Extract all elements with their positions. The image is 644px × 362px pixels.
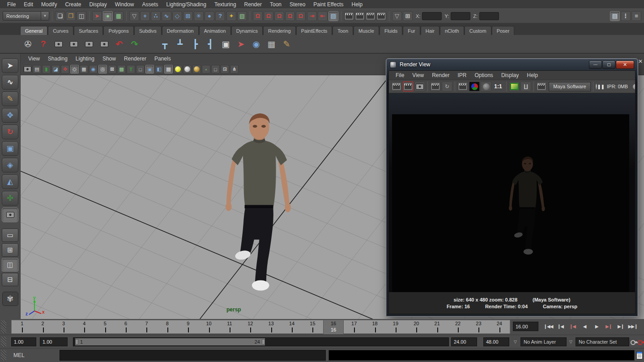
gate-mask-icon[interactable]: ◎ xyxy=(98,65,107,73)
renderer-select-button[interactable]: Maya Software xyxy=(549,82,591,91)
camera-attributes-icon[interactable]: ▤ xyxy=(33,65,41,73)
snap-to-curves-icon[interactable]: Ω xyxy=(264,11,273,21)
redo-previous-render-icon[interactable] xyxy=(403,82,414,91)
menu-toon[interactable]: Toon xyxy=(266,0,285,9)
range-slider-track[interactable]: 1 24 xyxy=(73,337,449,346)
panel-menu-renderer[interactable]: Renderer xyxy=(121,55,149,63)
drag-handle[interactable] xyxy=(1,350,6,361)
hypergraph-persp-layout-button[interactable]: ⊟ xyxy=(2,273,18,286)
rotate-tool-button[interactable]: ↻ xyxy=(2,125,18,139)
select-hierarchy-icon[interactable]: ➤ xyxy=(92,11,102,21)
pane-close-icon[interactable]: ✕ xyxy=(638,58,643,65)
playback-start-field[interactable] xyxy=(40,337,68,346)
pan-zoom-icon[interactable]: ✥ xyxy=(61,65,69,73)
command-result-field[interactable] xyxy=(328,350,635,361)
select-tool-button[interactable]: ➤ xyxy=(2,58,18,73)
menu-file[interactable]: File xyxy=(4,0,19,9)
select-component-icon[interactable]: ▦ xyxy=(114,11,124,21)
anim-layer-field[interactable]: No Anim Layer xyxy=(520,337,567,346)
shelf-tab-fur[interactable]: Fur xyxy=(403,26,420,35)
minimize-button[interactable]: — xyxy=(589,60,602,69)
construction-history-icon[interactable]: ▤ xyxy=(328,11,338,21)
snap-to-grids-icon[interactable]: Ω xyxy=(253,11,263,21)
panel-menu-panels[interactable]: Panels xyxy=(151,55,174,63)
isolate-select-icon[interactable]: ▫ xyxy=(202,65,210,73)
unparent-icon[interactable]: ┫ xyxy=(203,36,218,52)
timeline-frame[interactable]: 7 xyxy=(136,320,157,333)
use-all-lights-icon[interactable] xyxy=(174,65,182,73)
select-hierarchy-shelf-icon[interactable]: ➤ xyxy=(234,36,248,52)
shelf-tab-deformation[interactable]: Deformation xyxy=(162,26,199,35)
panel-menu-show[interactable]: Show xyxy=(99,55,119,63)
shelf-tab-general[interactable]: General xyxy=(20,26,47,35)
render-current-frame-icon[interactable] xyxy=(391,82,402,91)
timeline-frame[interactable]: 17 xyxy=(344,320,364,333)
command-language-toggle[interactable]: MEL xyxy=(13,352,25,358)
universal-manipulator-button[interactable]: ◈ xyxy=(2,158,18,172)
camera-track-icon[interactable] xyxy=(66,36,81,52)
menu-edit[interactable]: Edit xyxy=(20,0,37,9)
ipr-render-current-frame-icon[interactable] xyxy=(366,11,375,21)
shelf-tab-poser[interactable]: Poser xyxy=(492,26,515,35)
paint-selection-tool-button[interactable]: ✎ xyxy=(2,91,18,106)
ipr-render-icon[interactable] xyxy=(430,82,441,91)
attribute-editor-toggle[interactable]: ▤ xyxy=(610,11,620,21)
timeline-frame[interactable]: 24 xyxy=(489,320,510,333)
panel-menu-view[interactable]: View xyxy=(25,55,43,63)
rv-menu-help[interactable]: Help xyxy=(524,71,541,79)
timeline-frame[interactable]: 6 xyxy=(115,320,136,333)
outliner-persp-layout-button[interactable]: ◫ xyxy=(2,258,18,272)
timeline-frame[interactable]: 2 xyxy=(32,320,53,333)
timeline-frame[interactable]: 22 xyxy=(448,320,468,333)
step-forward-frame-button[interactable]: ▶❙ xyxy=(615,320,627,332)
make-live-icon[interactable]: Ω xyxy=(296,11,306,21)
camera-roll-icon[interactable] xyxy=(97,36,111,52)
timeline-frame[interactable]: 10 xyxy=(198,320,219,333)
mask-deformations-icon[interactable]: ⊞ xyxy=(183,11,193,21)
timeline-frame[interactable]: 19 xyxy=(385,320,406,333)
redo-icon[interactable]: ↷ xyxy=(127,36,142,52)
maximize-button[interactable]: ▢ xyxy=(602,60,615,69)
show-manipulator-tool-button[interactable]: ✣ xyxy=(2,191,18,206)
playback-range-bar[interactable]: 1 24 xyxy=(75,338,265,345)
rv-menu-render[interactable]: Render xyxy=(429,71,452,79)
single-pane-layout-button[interactable]: ▭ xyxy=(2,228,18,242)
menu-stereo[interactable]: Stereo xyxy=(286,0,309,9)
shelf-tab-hair[interactable]: Hair xyxy=(421,26,439,35)
render-view-canvas[interactable] xyxy=(389,93,635,292)
timeline-frame[interactable]: 23 xyxy=(468,320,489,333)
menu-window[interactable]: Window xyxy=(111,0,138,9)
new-scene-icon[interactable]: ❏ xyxy=(55,11,65,21)
snap-to-points-icon[interactable]: Ω xyxy=(274,11,284,21)
mask-joints-icon[interactable]: ∴ xyxy=(151,11,161,21)
scale-tool-button[interactable]: ▣ xyxy=(2,141,18,156)
render-current-frame-icon[interactable] xyxy=(355,11,365,21)
play-forwards-button[interactable]: ▶ xyxy=(591,320,602,332)
menu-modify[interactable]: Modify xyxy=(38,0,60,9)
shelf-tab-ncloth[interactable]: nCloth xyxy=(440,26,464,35)
grid-toggle-icon[interactable]: ◇ xyxy=(70,65,79,73)
output-connections-icon[interactable]: ⇤ xyxy=(318,11,328,21)
playback-end-field[interactable] xyxy=(451,337,477,346)
rv-menu-view[interactable]: View xyxy=(409,71,427,79)
delete-unused-nodes-icon[interactable] xyxy=(142,36,157,52)
coordinate-input[interactable] xyxy=(451,12,470,20)
go-to-start-button[interactable]: ❙◀◀ xyxy=(542,320,554,332)
menu-lighting-shading[interactable]: Lighting/Shading xyxy=(162,0,209,9)
set-key-icon[interactable] xyxy=(631,339,637,345)
coordinate-input[interactable] xyxy=(422,12,442,20)
xray-joints-icon[interactable]: ⊡ xyxy=(221,65,229,73)
lock-selection-icon[interactable]: ✦ xyxy=(226,11,236,21)
undo-icon[interactable]: ↶ xyxy=(112,36,127,52)
timeline-frame[interactable]: 3 xyxy=(53,320,74,333)
close-button[interactable]: ✕ xyxy=(616,60,634,69)
shelf-tab-painteffects[interactable]: PaintEffects xyxy=(296,26,333,35)
display-render-settings-icon[interactable] xyxy=(376,11,386,21)
snapshot-icon[interactable] xyxy=(414,82,425,91)
select-object-shelf-icon[interactable]: ◉ xyxy=(249,36,264,52)
wireframe-mode-icon[interactable]: □ xyxy=(136,65,145,73)
shelf-tab-subdivs[interactable]: Subdivs xyxy=(134,26,162,35)
xray-mode-icon[interactable]: □ xyxy=(211,65,220,73)
image-plane-icon[interactable]: ◪ xyxy=(51,65,60,73)
ungroup-icon[interactable]: ┻ xyxy=(173,36,188,52)
